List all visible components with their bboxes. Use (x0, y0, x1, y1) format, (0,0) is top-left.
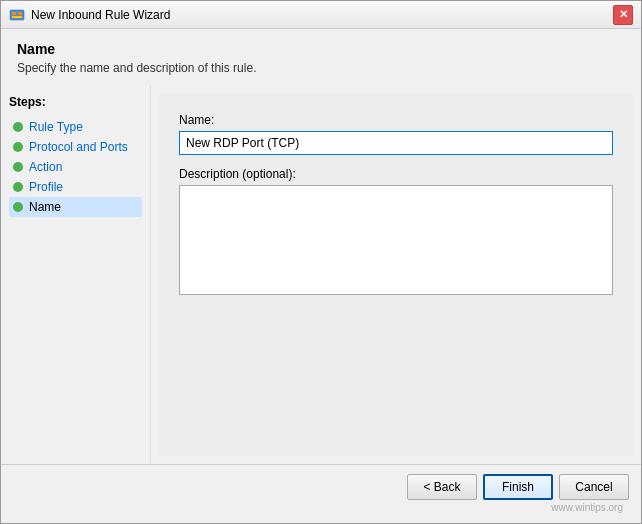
footer: < Back Finish Cancel (1, 464, 641, 508)
sidebar-item-profile[interactable]: Profile (9, 177, 142, 197)
main-layout: Name Specify the name and description of… (1, 29, 641, 508)
sidebar-item-name[interactable]: Name (9, 197, 142, 217)
title-bar-left: New Inbound Rule Wizard (9, 7, 170, 23)
sidebar-item-action[interactable]: Action (9, 157, 142, 177)
steps-label: Steps: (9, 95, 142, 109)
svg-rect-3 (12, 16, 22, 18)
form-container: Name: Description (optional): (159, 93, 633, 456)
body-content: Steps: Rule Type Protocol and Ports Acti… (1, 85, 641, 464)
window-title: New Inbound Rule Wizard (31, 8, 170, 22)
step-dot-name (13, 202, 23, 212)
wizard-window: New Inbound Rule Wizard ✕ Name Specify t… (0, 0, 642, 524)
description-textarea[interactable] (179, 185, 613, 295)
finish-button[interactable]: Finish (483, 474, 553, 500)
back-button[interactable]: < Back (407, 474, 477, 500)
description-field-group: Description (optional): (179, 167, 613, 298)
page-header: Name Specify the name and description of… (1, 29, 641, 85)
sidebar-item-protocol-ports[interactable]: Protocol and Ports (9, 137, 142, 157)
cancel-button[interactable]: Cancel (559, 474, 629, 500)
name-field-group: Name: (179, 113, 613, 155)
title-bar: New Inbound Rule Wizard ✕ (1, 1, 641, 29)
svg-rect-2 (18, 12, 22, 15)
sidebar-label-action: Action (29, 160, 62, 174)
sidebar-label-protocol-ports: Protocol and Ports (29, 140, 128, 154)
sidebar-label-rule-type: Rule Type (29, 120, 83, 134)
window-icon (9, 7, 25, 23)
step-dot-action (13, 162, 23, 172)
page-title: Name (17, 41, 625, 57)
close-button[interactable]: ✕ (613, 5, 633, 25)
step-dot-profile (13, 182, 23, 192)
description-label: Description (optional): (179, 167, 613, 181)
name-label: Name: (179, 113, 613, 127)
name-input[interactable] (179, 131, 613, 155)
page-subtitle: Specify the name and description of this… (17, 61, 625, 75)
sidebar: Steps: Rule Type Protocol and Ports Acti… (1, 85, 151, 464)
sidebar-item-rule-type[interactable]: Rule Type (9, 117, 142, 137)
sidebar-label-name: Name (29, 200, 61, 214)
step-dot-protocol-ports (13, 142, 23, 152)
sidebar-label-profile: Profile (29, 180, 63, 194)
step-dot-rule-type (13, 122, 23, 132)
right-panel: Name: Description (optional): (151, 85, 641, 464)
svg-rect-1 (12, 12, 16, 15)
